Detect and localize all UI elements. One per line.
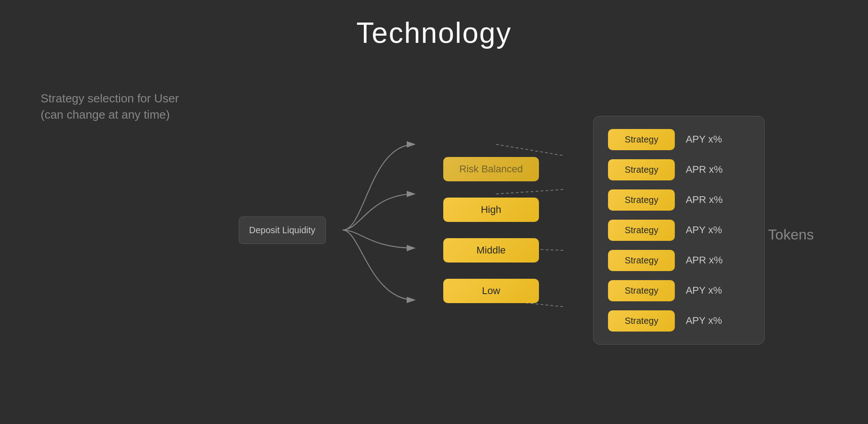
- strategy-btn-4[interactable]: Strategy: [608, 220, 675, 241]
- strategy-panel: Strategy APY x% Strategy APR x% Strategy…: [593, 116, 765, 345]
- strategy-btn-1[interactable]: Strategy: [608, 129, 675, 150]
- strategy-btn-7[interactable]: Strategy: [608, 310, 675, 332]
- main-content: Strategy selection for User (can change …: [0, 77, 868, 392]
- apy-label-1: APY x%: [686, 134, 722, 145]
- strategy-row-5: Strategy APR x%: [608, 250, 750, 271]
- strategy-row-1: Strategy APY x%: [608, 129, 750, 150]
- strategy-option-low[interactable]: Low: [443, 279, 539, 303]
- page-title: Technology: [0, 0, 868, 50]
- description-line2: (can change at any time): [41, 106, 179, 123]
- strategy-option-risk-balanced[interactable]: Risk Balanced: [443, 157, 539, 181]
- strategy-options-column: Risk Balanced High Middle Low: [443, 157, 539, 303]
- apy-label-6: APY x%: [686, 285, 722, 296]
- strategy-option-high[interactable]: High: [443, 198, 539, 222]
- left-description: Strategy selection for User (can change …: [41, 90, 179, 123]
- diagram-wrapper: Deposit Liquidity Risk Balanced High Mid…: [239, 116, 765, 345]
- strategy-row-7: Strategy APY x%: [608, 310, 750, 332]
- strategy-btn-2[interactable]: Strategy: [608, 159, 675, 180]
- apr-label-3: APR x%: [686, 194, 723, 206]
- apy-label-4: APY x%: [686, 224, 722, 236]
- strategy-row-3: Strategy APR x%: [608, 189, 750, 211]
- strategy-row-2: Strategy APR x%: [608, 159, 750, 180]
- apr-label-5: APR x%: [686, 254, 723, 266]
- description-line1: Strategy selection for User: [41, 90, 179, 106]
- strategy-btn-3[interactable]: Strategy: [608, 189, 675, 211]
- apr-label-2: APR x%: [686, 164, 723, 175]
- strategy-option-middle[interactable]: Middle: [443, 238, 539, 263]
- strategy-btn-5[interactable]: Strategy: [608, 250, 675, 271]
- apy-label-7: APY x%: [686, 315, 722, 327]
- strategy-row-6: Strategy APY x%: [608, 280, 750, 301]
- strategy-btn-6[interactable]: Strategy: [608, 280, 675, 301]
- deposit-liquidity-box: Deposit Liquidity: [239, 217, 326, 244]
- strategy-row-4: Strategy APY x%: [608, 220, 750, 241]
- svg-line-0: [496, 144, 564, 156]
